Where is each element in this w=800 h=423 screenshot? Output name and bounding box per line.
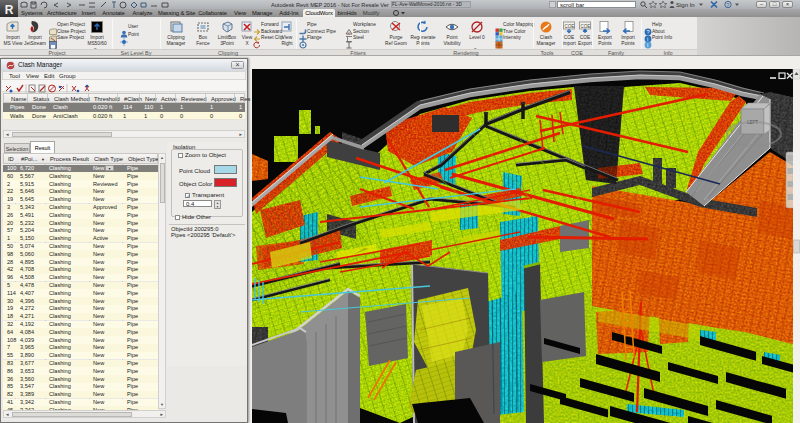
- svg-text:COE: COE: [565, 24, 575, 29]
- svg-text:Sign In: Sign In: [676, 2, 695, 8]
- svg-text:?: ?: [726, 2, 729, 8]
- svg-text:i: i: [647, 42, 648, 48]
- svg-text:COE: COE: [581, 24, 591, 29]
